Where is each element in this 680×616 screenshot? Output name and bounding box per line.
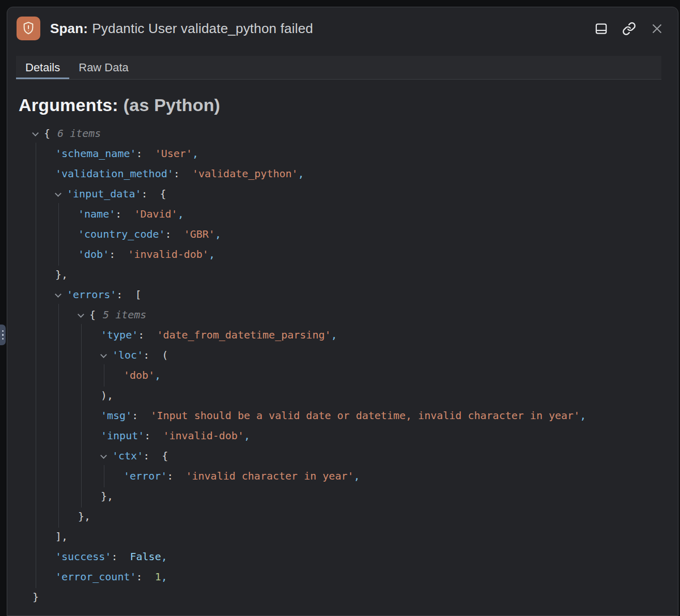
close-button[interactable] — [649, 21, 664, 36]
code-line: 'msg': 'Input should be a valid date or … — [19, 406, 678, 426]
code-line: {5 items — [19, 305, 678, 325]
code-comma: , — [161, 550, 167, 563]
code-line: }, — [19, 506, 678, 527]
code-key: 'country_code' — [78, 228, 165, 240]
code-key: 'type' — [101, 329, 138, 341]
code-item-count: 6 items — [57, 127, 101, 140]
code-punctuation: : { — [143, 450, 168, 462]
chevron-down-icon[interactable] — [78, 311, 84, 318]
indent-guide — [36, 143, 36, 165]
view-toggle-button[interactable] — [593, 21, 609, 36]
chevron-down-icon[interactable] — [100, 351, 107, 358]
chevron-down-icon[interactable] — [100, 452, 107, 459]
close-icon — [651, 22, 663, 35]
indent-guide — [58, 485, 59, 507]
span-title-text: Pydantic User validate_python failed — [92, 21, 313, 36]
indent-guide — [58, 384, 59, 407]
code-line: 'country_code': 'GBR', — [19, 224, 678, 244]
chevron-down-icon[interactable] — [55, 190, 61, 197]
code-line: 'validation_method': 'validate_python', — [19, 164, 678, 184]
code-comma: , — [331, 329, 337, 341]
code-comma: , — [215, 228, 221, 240]
indent-guide — [36, 384, 36, 407]
code-punctuation: }, — [55, 268, 68, 281]
details-content: Arguments:(as Python) {6 items'schema_na… — [7, 80, 678, 607]
panel-resize-handle[interactable] — [0, 325, 6, 345]
code-line: 'success': False, — [19, 547, 678, 567]
code-punctuation: } — [33, 591, 39, 603]
code-line: 'input_data': { — [19, 184, 678, 204]
code-comma: , — [161, 571, 167, 583]
indent-guide — [104, 465, 104, 487]
code-line: 'error_count': 1, — [19, 567, 678, 587]
code-punctuation: : — [136, 147, 155, 160]
code-punctuation: : — [165, 228, 184, 240]
indent-guide — [104, 364, 104, 387]
indent-guide — [58, 324, 59, 346]
indent-guide — [36, 546, 36, 568]
chevron-down-icon[interactable] — [55, 291, 61, 298]
indent-guide — [36, 183, 36, 205]
copy-link-button[interactable] — [621, 21, 637, 36]
code-line: 'dob', — [19, 365, 678, 386]
indent-guide — [81, 445, 82, 467]
grip-dots-icon — [2, 330, 4, 332]
code-key: 'error' — [123, 470, 167, 482]
indent-guide — [36, 364, 36, 387]
tab-details[interactable]: Details — [16, 56, 69, 79]
tab-raw-data-label: Raw Data — [79, 61, 129, 74]
indent-guide — [36, 465, 36, 487]
indent-guide — [58, 304, 59, 326]
code-key: 'schema_name' — [55, 147, 136, 160]
code-comma: , — [209, 248, 215, 260]
code-line: 'type': 'date_from_datetime_parsing', — [19, 325, 678, 345]
indent-guide — [81, 405, 82, 427]
tab-raw-data[interactable]: Raw Data — [69, 56, 138, 79]
code-punctuation: : { — [142, 188, 166, 200]
code-line: 'loc': ( — [19, 345, 678, 365]
code-punctuation: { — [89, 309, 96, 321]
indent-guide — [81, 324, 82, 346]
code-key: 'name' — [78, 208, 115, 220]
indent-guide — [58, 505, 59, 528]
indent-guide — [36, 203, 36, 225]
code-punctuation: : — [136, 571, 155, 583]
code-key: 'success' — [55, 550, 111, 563]
code-punctuation: : — [138, 329, 157, 341]
code-item-count: 5 items — [103, 309, 146, 321]
code-comma: , — [154, 369, 161, 381]
code-line: 'errors': [ — [19, 285, 678, 305]
code-punctuation: : — [174, 167, 192, 180]
code-line: {6 items — [19, 124, 678, 144]
code-punctuation: { — [44, 127, 50, 140]
indent-guide — [58, 344, 59, 366]
code-string: 'David' — [134, 208, 177, 220]
grip-dots-icon — [2, 338, 4, 340]
code-comma: , — [178, 208, 184, 220]
code-string: 'User' — [155, 147, 192, 160]
header-actions — [593, 21, 664, 36]
code-line: 'dob': 'invalid-dob', — [19, 244, 678, 265]
indent-guide — [36, 505, 36, 528]
indent-guide — [36, 304, 36, 326]
indent-guide — [58, 425, 59, 447]
code-key: 'validation_method' — [55, 167, 174, 180]
indent-guide — [36, 526, 36, 548]
indent-guide — [81, 384, 82, 407]
code-line: 'input': 'invalid-dob', — [19, 426, 678, 446]
panel-header: Span:Pydantic User validate_python faile… — [7, 7, 678, 50]
chevron-down-icon[interactable] — [32, 130, 39, 136]
code-key: 'ctx' — [112, 450, 143, 462]
code-punctuation: : — [111, 550, 130, 563]
code-punctuation: }, — [101, 490, 113, 502]
indent-guide — [58, 203, 59, 225]
indent-guide — [36, 425, 36, 447]
code-punctuation: : [ — [116, 288, 141, 301]
span-title-prefix: Span: — [50, 21, 88, 36]
code-string: 'Input should be a valid date or datetim… — [150, 409, 580, 422]
code-key: 'dob' — [78, 248, 109, 260]
code-string: 'invalid-dob' — [163, 429, 244, 442]
code-key: 'input' — [101, 429, 144, 442]
indent-guide — [36, 243, 36, 266]
code-punctuation: : — [109, 248, 128, 260]
